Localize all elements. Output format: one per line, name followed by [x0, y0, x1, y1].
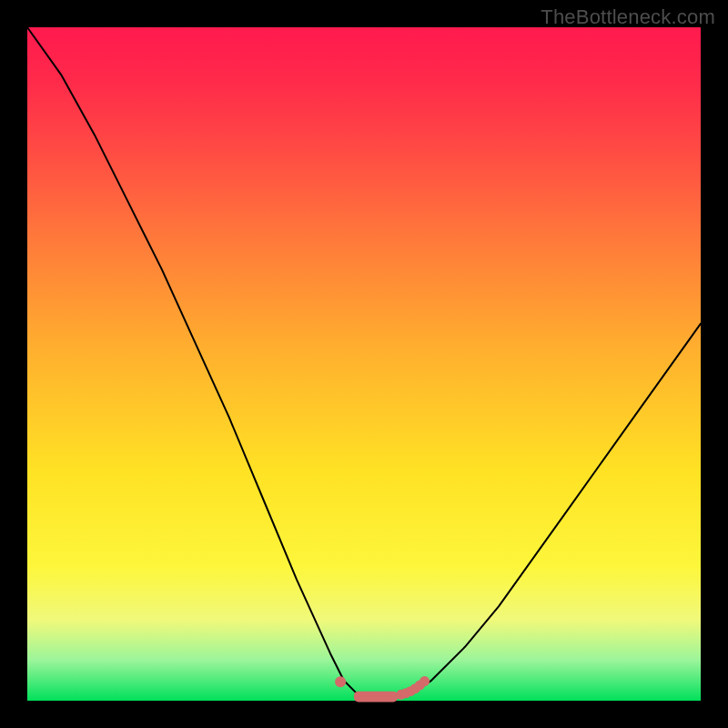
plot-area: [27, 27, 701, 701]
chart-frame: TheBottleneck.com: [0, 0, 728, 728]
bottleneck-curve: [27, 27, 701, 697]
plot-svg: [27, 27, 701, 701]
curve-marker: [335, 676, 346, 687]
optimal-range-bar: [354, 692, 398, 703]
curve-marker: [420, 676, 430, 686]
watermark-text: TheBottleneck.com: [541, 5, 715, 29]
